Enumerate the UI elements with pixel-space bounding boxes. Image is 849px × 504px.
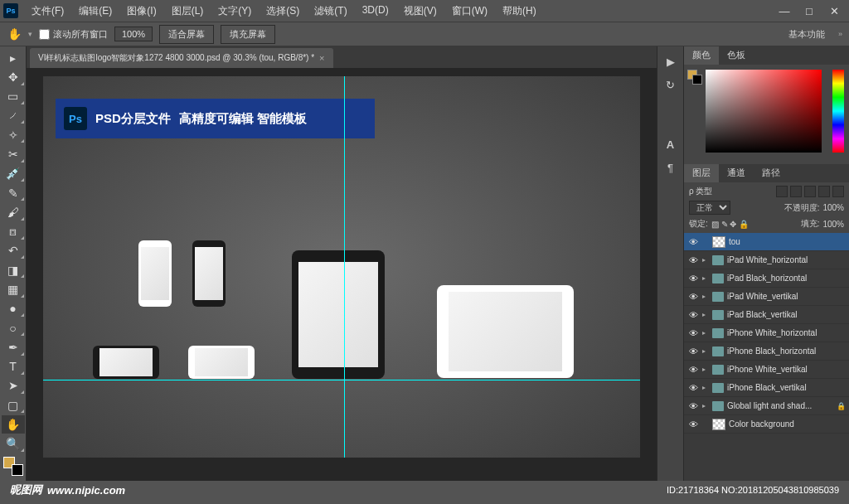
layer-item[interactable]: 👁▸Global light and shad...🔒 [684, 397, 849, 415]
background-color[interactable] [12, 464, 23, 476]
minimize-button[interactable]: — [773, 2, 796, 19]
hand-tool-icon[interactable]: ✋ [7, 27, 22, 41]
visibility-toggle-icon[interactable]: 👁 [687, 328, 699, 338]
expand-tool-icon[interactable]: ▸ [2, 49, 25, 66]
history-brush-tool[interactable]: ↶ [2, 242, 25, 259]
layer-item[interactable]: 👁Color background [684, 415, 849, 434]
channels-tab[interactable]: 通道 [719, 164, 754, 182]
healing-brush-tool[interactable]: ✎ [2, 184, 25, 201]
visibility-toggle-icon[interactable]: 👁 [687, 365, 699, 375]
layer-item[interactable]: 👁▸iPad White_horizontal [684, 251, 849, 269]
vertical-guide[interactable] [344, 76, 345, 458]
layer-item[interactable]: 👁▸iPhone Black_horizontal [684, 342, 849, 361]
close-button[interactable]: ✕ [822, 2, 846, 19]
maximize-button[interactable]: □ [798, 2, 821, 19]
zoom-level-field[interactable]: 100% [114, 27, 153, 41]
layer-item[interactable]: 👁▸iPhone Black_vertikal [684, 379, 849, 397]
visibility-toggle-icon[interactable]: 👁 [687, 255, 699, 265]
paths-tab[interactable]: 路径 [754, 164, 788, 182]
dodge-tool[interactable]: ○ [2, 319, 25, 337]
visibility-toggle-icon[interactable]: 👁 [687, 419, 699, 429]
horizontal-guide[interactable] [43, 380, 640, 380]
color-tab[interactable]: 颜色 [684, 46, 719, 65]
visibility-toggle-icon[interactable]: 👁 [687, 383, 699, 393]
workspace-dropdown-icon[interactable]: » [838, 30, 842, 38]
marquee-tool[interactable]: ▭ [2, 88, 25, 105]
layer-item[interactable]: 👁tou [684, 233, 849, 251]
panel-bg-swatch[interactable] [692, 75, 702, 85]
menu-edit[interactable]: 编辑(E) [72, 2, 119, 21]
layer-item[interactable]: 👁▸iPhone White_horizontal [684, 324, 849, 342]
type-tool[interactable]: T [2, 358, 25, 376]
hue-slider[interactable] [832, 70, 844, 153]
rail-play-icon[interactable]: ▶ [660, 51, 682, 71]
layer-expand-icon[interactable]: ▸ [702, 329, 709, 337]
canvas-viewport[interactable]: Ps PSD分层文件 高精度可编辑 智能模板 [27, 68, 657, 481]
eraser-tool[interactable]: ◨ [2, 261, 25, 279]
visibility-toggle-icon[interactable]: 👁 [687, 346, 699, 356]
tab-close-icon[interactable]: × [319, 53, 324, 63]
layer-item[interactable]: 👁▸iPad Black_horizontal [684, 269, 849, 288]
fill-screen-button[interactable]: 填充屏幕 [221, 25, 275, 44]
swatches-tab[interactable]: 色板 [719, 46, 754, 65]
blend-mode-select[interactable]: 正常 [689, 201, 730, 215]
menu-3d[interactable]: 3D(D) [356, 2, 395, 21]
clone-stamp-tool[interactable]: ⧈ [2, 223, 25, 240]
layer-expand-icon[interactable]: ▸ [702, 274, 709, 282]
document-tab[interactable]: VI样机标志贴图logo智能对象1272 4800 3000.psd @ 30.… [30, 48, 333, 68]
rail-paragraph-icon[interactable]: ¶ [660, 158, 682, 177]
move-tool[interactable]: ✥ [2, 68, 25, 85]
blur-tool[interactable]: ● [2, 300, 25, 317]
color-field[interactable] [706, 70, 822, 153]
hand-tool[interactable]: ✋ [2, 415, 25, 433]
menu-layer[interactable]: 图层(L) [165, 2, 211, 21]
workspace-switcher[interactable]: 基本功能 [782, 28, 832, 41]
layer-expand-icon[interactable]: ▸ [702, 347, 709, 355]
menu-select[interactable]: 选择(S) [260, 2, 306, 21]
layer-expand-icon[interactable]: ▸ [702, 256, 709, 264]
menu-file[interactable]: 文件(F) [25, 2, 70, 21]
menu-view[interactable]: 视图(V) [397, 2, 444, 21]
scroll-all-windows-checkbox[interactable]: 滚动所有窗口 [39, 28, 108, 41]
layer-item[interactable]: 👁▸iPad Black_vertikal [684, 306, 849, 324]
visibility-toggle-icon[interactable]: 👁 [687, 310, 699, 320]
layer-item[interactable]: 👁▸iPad White_vertikal [684, 288, 849, 306]
magic-wand-tool[interactable]: ✧ [2, 126, 25, 143]
lasso-tool[interactable]: ⟋ [2, 107, 25, 124]
layer-expand-icon[interactable]: ▸ [702, 311, 709, 318]
layer-expand-icon[interactable]: ▸ [702, 402, 709, 410]
visibility-toggle-icon[interactable]: 👁 [687, 401, 699, 411]
gradient-tool[interactable]: ▦ [2, 280, 25, 298]
menu-type[interactable]: 文字(Y) [211, 2, 258, 21]
layer-expand-icon[interactable]: ▸ [702, 366, 709, 373]
panel-swatches[interactable] [687, 70, 702, 85]
path-selection-tool[interactable]: ➤ [2, 377, 25, 395]
visibility-toggle-icon[interactable]: 👁 [687, 292, 699, 302]
pen-tool[interactable]: ✒ [2, 338, 25, 356]
menu-window[interactable]: 窗口(W) [445, 2, 494, 21]
layers-tab[interactable]: 图层 [684, 164, 719, 182]
fit-screen-button[interactable]: 适合屏幕 [159, 25, 214, 44]
menu-help[interactable]: 帮助(H) [496, 2, 543, 21]
layer-item[interactable]: 👁▸iPhone White_vertikal [684, 361, 849, 379]
rail-history-icon[interactable]: ↻ [660, 75, 682, 94]
zoom-tool[interactable]: 🔍 [2, 435, 25, 453]
crop-tool[interactable]: ✂ [2, 145, 25, 162]
scroll-all-checkbox[interactable] [39, 29, 50, 40]
opacity-value[interactable]: 100% [822, 203, 844, 212]
layer-expand-icon[interactable]: ▸ [702, 293, 709, 300]
visibility-toggle-icon[interactable]: 👁 [687, 274, 699, 284]
layer-filter-icons[interactable] [776, 186, 844, 197]
fill-value[interactable]: 100% [822, 220, 844, 229]
shape-tool[interactable]: ▢ [2, 396, 25, 414]
lock-icons[interactable]: ▨ ✎ ✥ 🔒 [711, 220, 749, 229]
brush-tool[interactable]: 🖌 [2, 203, 25, 220]
visibility-toggle-icon[interactable]: 👁 [687, 237, 699, 247]
tool-preset-dropdown[interactable]: ▾ [28, 30, 32, 38]
rail-character-icon[interactable]: A [660, 134, 682, 154]
menu-filter[interactable]: 滤镜(T) [308, 2, 353, 21]
color-swatches[interactable] [3, 457, 23, 476]
layer-expand-icon[interactable]: ▸ [702, 384, 709, 391]
eyedropper-tool[interactable]: 💉 [2, 165, 25, 182]
menu-image[interactable]: 图像(I) [120, 2, 163, 21]
